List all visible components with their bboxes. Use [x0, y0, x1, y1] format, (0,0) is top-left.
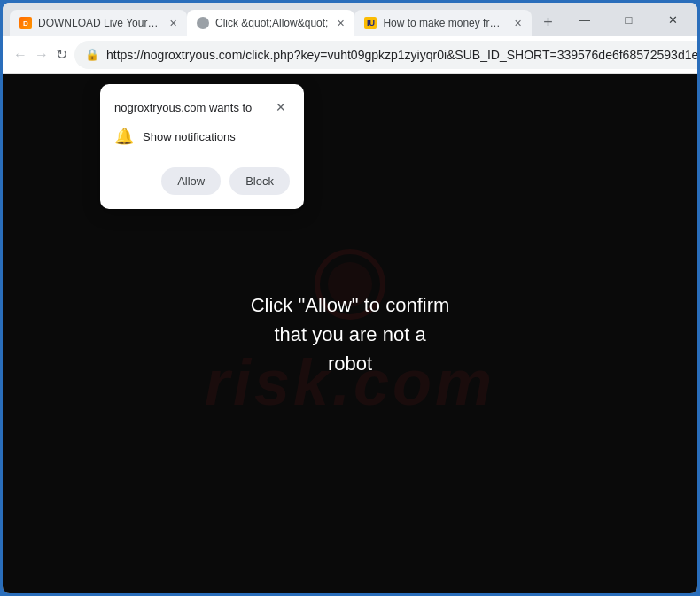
tab-1-title: DOWNLOAD Live Your Own Li...: [38, 17, 160, 29]
dialog-close-button[interactable]: ✕: [272, 98, 290, 116]
browser-window: D DOWNLOAD Live Your Own Li... ✕ Click &…: [3, 3, 697, 593]
tab-3-close[interactable]: ✕: [510, 16, 525, 30]
notification-dialog: nogroxtryous.com wants to ✕ 🔔 Show notif…: [100, 84, 304, 209]
notification-label: Show notifications: [143, 130, 236, 143]
tab-1-favicon: D: [19, 16, 33, 30]
bell-icon: 🔔: [114, 127, 134, 146]
address-bar[interactable]: 🔒 https://nogroxtryous.com/click.php?key…: [74, 41, 697, 69]
allow-button[interactable]: Allow: [161, 167, 221, 195]
new-tab-button[interactable]: +: [535, 10, 560, 35]
title-bar: D DOWNLOAD Live Your Own Li... ✕ Click &…: [3, 3, 697, 36]
tab-2-close[interactable]: ✕: [333, 16, 347, 30]
tab-2[interactable]: Click &quot;Allow&quot; ✕: [187, 10, 354, 36]
tab-3-favicon: IU: [363, 16, 377, 30]
tab-3-title: How to make money from hom...: [383, 17, 505, 29]
forward-button[interactable]: →: [35, 41, 49, 69]
minimize-button[interactable]: —: [564, 5, 604, 34]
lock-icon: 🔒: [85, 48, 99, 61]
tab-2-favicon: [196, 16, 210, 30]
close-button[interactable]: ✕: [652, 5, 693, 34]
block-button[interactable]: Block: [229, 167, 290, 195]
tab-3[interactable]: IU How to make money from hom... ✕: [354, 10, 532, 36]
refresh-button[interactable]: ↻: [56, 41, 67, 69]
dialog-buttons: Allow Block: [114, 167, 290, 195]
page-content: risk.com Click "Allow" to confirm that y…: [3, 74, 697, 593]
page-overlay-text: Click "Allow" to confirm that you are no…: [251, 290, 450, 377]
nav-bar: ← → ↻ 🔒 https://nogroxtryous.com/click.p…: [3, 36, 697, 74]
tab-bar: D DOWNLOAD Live Your Own Li... ✕ Click &…: [10, 3, 560, 36]
back-button[interactable]: ←: [13, 41, 27, 69]
url-text: https://nogroxtryous.com/click.php?key=v…: [106, 48, 697, 62]
window-controls: — □ ✕: [564, 5, 693, 34]
maximize-button[interactable]: □: [608, 5, 649, 34]
tab-1[interactable]: D DOWNLOAD Live Your Own Li... ✕: [10, 10, 187, 36]
dialog-header: nogroxtryous.com wants to ✕: [114, 98, 290, 116]
dialog-title: nogroxtryous.com wants to: [114, 101, 252, 114]
dialog-notification-row: 🔔 Show notifications: [114, 127, 290, 153]
tab-1-close[interactable]: ✕: [166, 16, 180, 30]
tab-2-title: Click &quot;Allow&quot;: [215, 17, 328, 29]
